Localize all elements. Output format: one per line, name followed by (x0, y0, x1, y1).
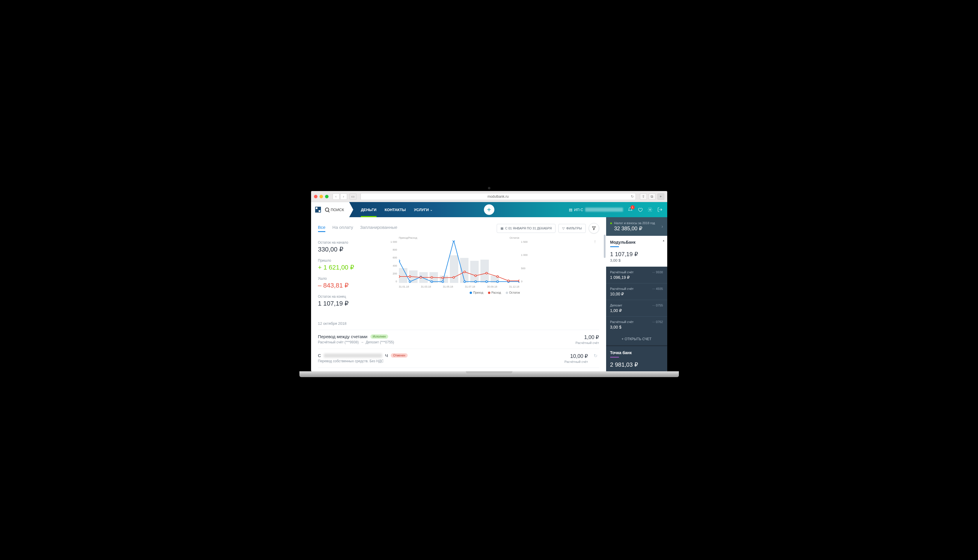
txn-title: Перевод между счетами (318, 334, 368, 339)
account-number: ··· 4935 (652, 287, 663, 290)
svg-point-5 (442, 281, 443, 283)
svg-point-19 (463, 271, 465, 273)
reload-icon[interactable]: ↻ (631, 195, 634, 198)
txn-amount: 1,00 ₽ (575, 334, 599, 340)
arrow-icon: → (361, 340, 364, 344)
bank-accent (610, 246, 619, 247)
add-button[interactable]: + (484, 204, 494, 215)
bank-name: МодульБанк (610, 240, 663, 245)
transactions-date: 12 октября 2018 (318, 321, 599, 326)
tab-to-pay[interactable]: На оплату (332, 225, 353, 232)
nav-contacts[interactable]: КОНТАКТЫ (385, 202, 406, 217)
account-item[interactable]: Расчётный счёт··· 07623,00 $ (606, 316, 667, 333)
chart: Приход/Расход Остаток 1 0008006004002000… (391, 240, 528, 290)
browser-chrome: ‹ › ▭ modulbank.ru ↻ ⇪ ⧉ + (311, 191, 667, 202)
account-value: 3,00 $ (610, 325, 663, 330)
main-content: Все На оплату Запланированные ▦ С 01 ЯНВ… (311, 217, 606, 371)
stat-income-label: Пришло (318, 258, 379, 263)
notification-badge: 1 (630, 205, 635, 209)
legend-dot-income (470, 292, 472, 294)
status-dot-icon (610, 222, 612, 224)
forward-button[interactable]: › (340, 193, 347, 200)
bank-card-modulbank[interactable]: ▴ МодульБанк 1 107,19 ₽ 3,00 $ (606, 236, 667, 267)
svg-point-0 (649, 209, 650, 210)
tabs-icon[interactable]: ⧉ (649, 193, 655, 200)
new-tab-button[interactable]: + (657, 193, 664, 200)
left-axis-title: Приход/Расход (399, 237, 417, 239)
transaction-row[interactable]: Перевод между счетами Исполнен Расчётный… (318, 330, 599, 348)
filter-icon: ▽ (562, 227, 565, 230)
bank-balance-usd: 3,00 $ (610, 258, 663, 263)
stat-expense-value: – 843,81 ₽ (318, 282, 379, 289)
account-number: ··· 0755 (652, 303, 663, 307)
search-button[interactable]: ПОИСК (325, 208, 344, 212)
svg-point-6 (453, 240, 455, 241)
minimize-window[interactable] (319, 195, 323, 198)
filter-round-button[interactable] (588, 223, 599, 233)
tab-all[interactable]: Все (318, 225, 326, 232)
svg-point-13 (399, 276, 400, 277)
tab-planned[interactable]: Запланированные (360, 225, 397, 232)
account-name: Расчётный счёт (610, 270, 634, 274)
svg-point-7 (463, 281, 465, 283)
favorites-button[interactable] (637, 207, 643, 212)
txn-description: Перевод собственных средств. Без НДС (318, 359, 384, 363)
nav-money[interactable]: ДЕНЬГИ (361, 202, 376, 217)
stat-income-value: + 1 621,00 ₽ (318, 264, 379, 271)
status-badge: Исполнен (370, 334, 388, 339)
scrollbar[interactable] (604, 235, 605, 258)
close-window[interactable] (314, 195, 318, 198)
svg-point-21 (485, 272, 487, 274)
logo-icon[interactable] (315, 207, 321, 213)
sidebar-toggle[interactable]: ▭ (349, 193, 356, 200)
svg-point-22 (497, 276, 498, 277)
calendar-icon: ▦ (500, 227, 503, 230)
stat-expense-label: Ушло (318, 277, 379, 281)
open-account-button[interactable]: + ОТКРЫТЬ СЧЕТ (606, 333, 667, 345)
txn-account: Расчётный счёт (565, 360, 588, 363)
search-icon (325, 208, 329, 212)
url-text: modulbank.ru (487, 195, 509, 198)
settings-button[interactable] (647, 207, 653, 212)
filters-button[interactable]: ▽ ФИЛЬТРЫ (558, 224, 585, 233)
app-topbar: ПОИСК ДЕНЬГИ КОНТАКТЫ УСЛУГИ⌄ + ▤ ИП С (311, 202, 667, 217)
notifications-button[interactable]: 1 (628, 207, 633, 212)
account-number: ··· 9938 (652, 270, 663, 274)
bank-balance-rub: 1 107,19 ₽ (610, 251, 663, 258)
share-icon[interactable]: ⇪ (640, 193, 647, 200)
svg-point-4 (431, 281, 432, 283)
summary-stats: Остаток на начало330,00 ₽ Пришло+ 1 621,… (318, 240, 379, 313)
refresh-icon[interactable]: ↻ (592, 353, 599, 358)
txn-amount: 10,00 ₽ (565, 353, 588, 359)
account-number: ··· 0762 (652, 320, 663, 323)
account-item[interactable]: Расчётный счёт··· 493510,00 ₽ (606, 283, 667, 300)
back-button[interactable]: ‹ (333, 193, 339, 200)
account-item[interactable]: Депозит··· 07551,00 ₽ (606, 300, 667, 316)
txn-title-blurred (324, 353, 382, 358)
search-label: ПОИСК (331, 208, 344, 212)
address-bar[interactable]: modulbank.ru ↻ (361, 193, 636, 200)
collapse-icon[interactable]: ▴ (663, 239, 664, 242)
bank-accent (610, 357, 619, 358)
svg-point-1 (399, 260, 400, 262)
txn-from: Расчётный счёт (***9938) (318, 340, 359, 344)
account-value: 1 096,19 ₽ (610, 275, 663, 280)
scroll-top-button[interactable]: ↑ (591, 238, 599, 246)
svg-point-24 (518, 280, 519, 282)
account-name: Депозит (610, 303, 622, 307)
nav-services[interactable]: УСЛУГИ⌄ (414, 202, 432, 217)
svg-point-18 (453, 277, 455, 278)
date-range-button[interactable]: ▦ С 01 ЯНВАРЯ ПО 31 ДЕКАБРЯ (497, 224, 555, 233)
transaction-row[interactable]: ИП С Черновик Перевод собственных средст… (318, 368, 599, 371)
company-selector[interactable]: ▤ ИП С (569, 208, 623, 212)
bank-card-tochka[interactable]: Точка банк 2 981,03 ₽ (606, 345, 667, 371)
account-value: 10,00 ₽ (610, 292, 663, 296)
account-item[interactable]: Расчётный счёт··· 99381 096,19 ₽ (606, 267, 667, 283)
status-badge: Отменен (391, 353, 407, 358)
logout-button[interactable] (657, 207, 662, 212)
account-name: Расчётный счёт (610, 320, 634, 323)
tax-widget[interactable]: Налог и взносы за 2018 год 32 385,00 ₽ › (606, 217, 667, 236)
svg-point-15 (420, 277, 421, 278)
maximize-window[interactable] (325, 195, 329, 198)
transaction-row[interactable]: С Ч Отменен Перевод собственных средств.… (318, 348, 599, 368)
